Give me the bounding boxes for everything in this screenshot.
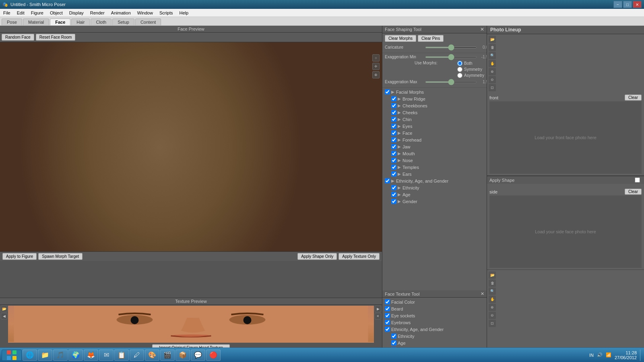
menu-help[interactable]: Help bbox=[176, 9, 192, 16]
facial-color-item[interactable]: Facial Color bbox=[382, 298, 487, 305]
menu-window[interactable]: Window bbox=[134, 9, 156, 16]
face-shaping-close-icon[interactable]: ✕ bbox=[480, 27, 484, 32]
clear-front-button[interactable]: Clear bbox=[625, 95, 642, 101]
temples-expand-icon[interactable]: ▶ bbox=[398, 165, 402, 169]
face-cb[interactable] bbox=[391, 130, 396, 136]
menu-scripts[interactable]: Scripts bbox=[156, 9, 176, 16]
side-photo-drop-zone[interactable]: Load your side face photo here bbox=[489, 195, 642, 268]
ethnicity-age-gender-cb[interactable] bbox=[385, 178, 390, 183]
eyebrows-cb[interactable] bbox=[385, 320, 390, 325]
taskbar-mail[interactable]: ✉ bbox=[99, 350, 114, 361]
nose-cb[interactable] bbox=[391, 158, 396, 163]
taskbar-red[interactable]: 🔴 bbox=[206, 350, 221, 361]
taskbar-pen[interactable]: 🖊 bbox=[130, 350, 144, 361]
face-item[interactable]: ▶ Face bbox=[382, 130, 487, 136]
side-open-icon[interactable]: 📂 bbox=[489, 272, 496, 279]
ears-expand-icon[interactable]: ▶ bbox=[398, 172, 402, 176]
taskbar-photoshop[interactable]: 🎨 bbox=[145, 350, 159, 361]
apply-to-figure-button[interactable]: Apply to Figure bbox=[2, 253, 37, 260]
brow-ridge-item[interactable]: ▶ Brow Ridge bbox=[382, 95, 487, 102]
morphs-asymmetry-option[interactable]: Asymmetry bbox=[457, 73, 484, 78]
side-fit-icon[interactable]: ⊡ bbox=[489, 320, 496, 327]
apply-shape-only-button[interactable]: Apply Shape Only bbox=[297, 253, 337, 260]
side-zoom-in-icon[interactable]: ⊕ bbox=[489, 304, 496, 311]
tex-ethnicity-item[interactable]: Ethnicity bbox=[382, 333, 487, 339]
temples-cb[interactable] bbox=[391, 165, 396, 170]
apply-texture-only-button[interactable]: Apply Texture Only bbox=[339, 253, 380, 260]
taskbar-show-desktop[interactable] bbox=[640, 350, 642, 361]
menu-render[interactable]: Render bbox=[87, 9, 108, 16]
jaw-expand-icon[interactable]: ▶ bbox=[398, 144, 402, 149]
facial-morphs-root[interactable]: ▶ Facial Morphs bbox=[382, 88, 487, 95]
photo-hand-icon[interactable]: ✋ bbox=[489, 60, 496, 67]
mouth-expand-icon[interactable]: ▶ bbox=[398, 151, 402, 156]
facial-color-cb[interactable] bbox=[385, 299, 390, 304]
clear-morphs-button[interactable]: Clear Morphs bbox=[385, 35, 416, 42]
ethnicity-age-gender-root[interactable]: ▶ Ethnicity, Age, and Gender bbox=[382, 177, 487, 184]
brow-ridge-cb[interactable] bbox=[391, 96, 396, 101]
preview-sphere-icon[interactable]: ○ bbox=[372, 54, 380, 62]
eye-sockets-cb[interactable] bbox=[385, 313, 390, 318]
ethnicity-item[interactable]: ▶ Ethnicity bbox=[382, 184, 487, 191]
eyebrows-item[interactable]: Eyebrows bbox=[382, 319, 487, 326]
apply-shape-checkbox[interactable] bbox=[635, 177, 640, 183]
mouth-item[interactable]: ▶ Mouth bbox=[382, 150, 487, 157]
ethnicity-expand2[interactable]: ▶ bbox=[398, 185, 402, 190]
tab-cloth[interactable]: Cloth bbox=[91, 19, 111, 25]
cheeks-expand-icon[interactable]: ▶ bbox=[398, 110, 402, 115]
facial-morphs-cb[interactable] bbox=[385, 89, 390, 95]
caricature-slider[interactable] bbox=[425, 47, 477, 48]
start-button[interactable] bbox=[2, 350, 22, 361]
preview-zoom-icon[interactable]: ⊕ bbox=[372, 71, 380, 78]
taskbar-firefox[interactable]: 🦊 bbox=[84, 350, 98, 361]
spawn-morph-target-button[interactable]: Spawn Morph Target bbox=[38, 253, 83, 260]
menu-edit[interactable]: Edit bbox=[14, 9, 28, 16]
reset-face-room-button[interactable]: Reset Face Room bbox=[36, 34, 76, 41]
eyes-cb[interactable] bbox=[391, 123, 396, 129]
side-hand-icon[interactable]: ✋ bbox=[489, 296, 496, 303]
taskbar-media[interactable]: 🎵 bbox=[53, 350, 68, 361]
morphs-both-radio[interactable] bbox=[457, 61, 462, 66]
chin-cb[interactable] bbox=[391, 117, 396, 122]
taskbar-chat[interactable]: 💬 bbox=[191, 350, 205, 361]
cheeks-item[interactable]: ▶ Cheeks bbox=[382, 109, 487, 116]
side-delete-icon[interactable]: 🗑 bbox=[489, 280, 496, 287]
tab-face[interactable]: Face bbox=[50, 19, 70, 25]
eyes-expand-icon[interactable]: ▶ bbox=[398, 124, 402, 128]
taskbar-package[interactable]: 📦 bbox=[175, 350, 190, 361]
gender-expand-icon[interactable]: ▶ bbox=[398, 199, 402, 204]
jaw-item[interactable]: ▶ Jaw bbox=[382, 143, 487, 150]
photo-fit-icon[interactable]: ⊡ bbox=[489, 84, 496, 91]
jaw-cb[interactable] bbox=[391, 144, 396, 149]
morphs-both-option[interactable]: Both bbox=[457, 61, 484, 66]
age-expand-icon[interactable]: ▶ bbox=[398, 192, 402, 197]
beard-item[interactable]: Beard bbox=[382, 305, 487, 312]
tex-nav-next[interactable]: ▶ bbox=[375, 306, 381, 312]
front-photo-drop-zone[interactable]: Load your front face photo here bbox=[489, 101, 642, 174]
cheekbones-cb[interactable] bbox=[391, 103, 396, 108]
photo-open-icon[interactable]: 📂 bbox=[489, 36, 496, 43]
mouth-cb[interactable] bbox=[391, 151, 396, 156]
tex-age-cb[interactable] bbox=[391, 340, 396, 346]
tab-material[interactable]: Material bbox=[23, 19, 49, 25]
minimize-button[interactable]: − bbox=[613, 1, 622, 8]
menu-file[interactable]: File bbox=[0, 9, 14, 16]
maximize-button[interactable]: □ bbox=[623, 1, 632, 8]
cheekbones-expand-icon[interactable]: ▶ bbox=[398, 103, 402, 108]
morphs-symmetry-radio[interactable] bbox=[457, 67, 462, 72]
random-face-button[interactable]: Random Face bbox=[2, 34, 34, 41]
morphs-symmetry-option[interactable]: Symmetry bbox=[457, 67, 484, 72]
tex-ethnicity-age-gender-cb[interactable] bbox=[385, 327, 390, 332]
gender-cb[interactable] bbox=[391, 199, 396, 204]
taskbar-clipboard[interactable]: 📋 bbox=[114, 350, 129, 361]
ethnicity-cb[interactable] bbox=[391, 185, 396, 190]
taskbar-browser[interactable]: 🌍 bbox=[68, 350, 83, 361]
temples-item[interactable]: ▶ Temples bbox=[382, 164, 487, 171]
chin-expand-icon[interactable]: ▶ bbox=[398, 117, 402, 121]
taskbar-orb[interactable]: 🌐 bbox=[23, 350, 37, 361]
face-expand-icon[interactable]: ▶ bbox=[398, 131, 402, 135]
taskbar-explorer[interactable]: 📁 bbox=[38, 350, 52, 361]
close-button[interactable]: ✕ bbox=[633, 1, 642, 8]
photo-search-icon[interactable]: 🔍 bbox=[489, 52, 496, 59]
beard-cb[interactable] bbox=[385, 306, 390, 311]
